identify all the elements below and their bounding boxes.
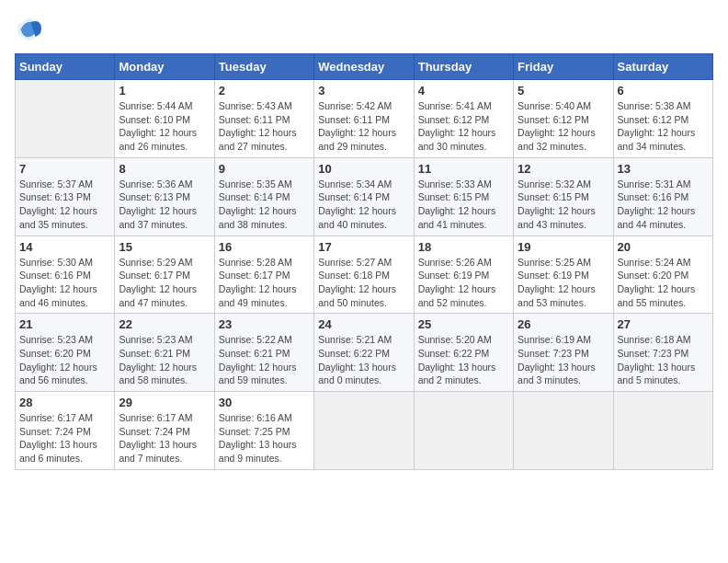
- day-cell: 16Sunrise: 5:28 AM Sunset: 6:17 PM Dayli…: [214, 236, 313, 314]
- calendar-table: SundayMondayTuesdayWednesdayThursdayFrid…: [15, 53, 713, 470]
- day-number: 4: [418, 84, 509, 98]
- day-cell: 19Sunrise: 5:25 AM Sunset: 6:19 PM Dayli…: [514, 236, 613, 314]
- day-detail: Sunrise: 5:32 AM Sunset: 6:15 PM Dayligh…: [518, 178, 609, 232]
- day-detail: Sunrise: 5:36 AM Sunset: 6:13 PM Dayligh…: [119, 178, 210, 232]
- day-number: 20: [618, 240, 709, 254]
- day-cell: [613, 392, 712, 470]
- day-number: 24: [318, 317, 409, 331]
- day-cell: 8Sunrise: 5:36 AM Sunset: 6:13 PM Daylig…: [115, 157, 214, 236]
- day-cell: 6Sunrise: 5:38 AM Sunset: 6:12 PM Daylig…: [613, 80, 712, 158]
- day-detail: Sunrise: 5:28 AM Sunset: 6:17 PM Dayligh…: [219, 256, 310, 310]
- day-number: 10: [318, 162, 409, 176]
- day-cell: 13Sunrise: 5:31 AM Sunset: 6:16 PM Dayli…: [613, 157, 712, 236]
- day-detail: Sunrise: 5:41 AM Sunset: 6:12 PM Dayligh…: [418, 99, 509, 154]
- day-detail: Sunrise: 5:23 AM Sunset: 6:21 PM Dayligh…: [119, 333, 210, 387]
- day-number: 9: [219, 162, 310, 176]
- day-number: 14: [19, 240, 110, 254]
- day-cell: 26Sunrise: 6:19 AM Sunset: 7:23 PM Dayli…: [514, 314, 613, 392]
- day-detail: Sunrise: 5:22 AM Sunset: 6:21 PM Dayligh…: [219, 333, 310, 387]
- day-cell: 30Sunrise: 6:16 AM Sunset: 7:25 PM Dayli…: [214, 392, 313, 470]
- day-detail: Sunrise: 5:33 AM Sunset: 6:15 PM Dayligh…: [418, 178, 509, 232]
- week-row-1: 1Sunrise: 5:44 AM Sunset: 6:10 PM Daylig…: [16, 80, 713, 158]
- day-cell: 5Sunrise: 5:40 AM Sunset: 6:12 PM Daylig…: [514, 80, 613, 158]
- day-number: 17: [318, 240, 409, 254]
- day-detail: Sunrise: 5:27 AM Sunset: 6:18 PM Dayligh…: [318, 256, 409, 310]
- day-number: 8: [119, 162, 210, 176]
- day-detail: Sunrise: 6:17 AM Sunset: 7:24 PM Dayligh…: [19, 411, 110, 465]
- day-detail: Sunrise: 5:34 AM Sunset: 6:14 PM Dayligh…: [318, 178, 409, 232]
- week-row-3: 14Sunrise: 5:30 AM Sunset: 6:16 PM Dayli…: [16, 236, 713, 314]
- day-cell: 21Sunrise: 5:23 AM Sunset: 6:20 PM Dayli…: [16, 314, 115, 392]
- day-cell: 25Sunrise: 5:20 AM Sunset: 6:22 PM Dayli…: [414, 314, 513, 392]
- day-number: 13: [618, 162, 709, 176]
- day-cell: 17Sunrise: 5:27 AM Sunset: 6:18 PM Dayli…: [314, 236, 414, 314]
- day-number: 15: [119, 240, 210, 254]
- day-header-thursday: Thursday: [414, 54, 513, 80]
- day-cell: 24Sunrise: 5:21 AM Sunset: 6:22 PM Dayli…: [314, 314, 414, 392]
- day-cell: [314, 392, 414, 470]
- logo: [15, 15, 48, 44]
- day-header-friday: Friday: [514, 54, 613, 80]
- day-header-tuesday: Tuesday: [214, 54, 313, 80]
- logo-icon: [15, 15, 44, 44]
- day-cell: 10Sunrise: 5:34 AM Sunset: 6:14 PM Dayli…: [314, 157, 414, 236]
- day-detail: Sunrise: 5:24 AM Sunset: 6:20 PM Dayligh…: [618, 256, 709, 310]
- day-number: 23: [219, 317, 310, 331]
- page-header: [15, 15, 713, 44]
- day-number: 26: [518, 317, 609, 331]
- day-cell: 4Sunrise: 5:41 AM Sunset: 6:12 PM Daylig…: [414, 80, 513, 158]
- day-header-saturday: Saturday: [613, 54, 712, 80]
- day-detail: Sunrise: 5:40 AM Sunset: 6:12 PM Dayligh…: [518, 99, 609, 154]
- day-number: 25: [418, 317, 509, 331]
- day-number: 27: [618, 317, 709, 331]
- day-cell: 12Sunrise: 5:32 AM Sunset: 6:15 PM Dayli…: [514, 157, 613, 236]
- week-row-5: 28Sunrise: 6:17 AM Sunset: 7:24 PM Dayli…: [16, 392, 713, 470]
- day-cell: 18Sunrise: 5:26 AM Sunset: 6:19 PM Dayli…: [414, 236, 513, 314]
- day-number: 6: [618, 84, 709, 98]
- day-detail: Sunrise: 5:44 AM Sunset: 6:10 PM Dayligh…: [119, 99, 210, 154]
- day-number: 28: [19, 396, 110, 409]
- day-cell: 14Sunrise: 5:30 AM Sunset: 6:16 PM Dayli…: [16, 236, 115, 314]
- day-cell: 7Sunrise: 5:37 AM Sunset: 6:13 PM Daylig…: [16, 157, 115, 236]
- day-detail: Sunrise: 5:31 AM Sunset: 6:16 PM Dayligh…: [618, 178, 709, 232]
- day-detail: Sunrise: 6:18 AM Sunset: 7:23 PM Dayligh…: [618, 333, 709, 387]
- day-detail: Sunrise: 6:16 AM Sunset: 7:25 PM Dayligh…: [219, 411, 310, 465]
- day-number: 22: [119, 317, 210, 331]
- day-cell: 28Sunrise: 6:17 AM Sunset: 7:24 PM Dayli…: [16, 392, 115, 470]
- day-detail: Sunrise: 5:29 AM Sunset: 6:17 PM Dayligh…: [119, 256, 210, 310]
- day-number: 18: [418, 240, 509, 254]
- day-detail: Sunrise: 5:23 AM Sunset: 6:20 PM Dayligh…: [19, 333, 110, 387]
- day-cell: 15Sunrise: 5:29 AM Sunset: 6:17 PM Dayli…: [115, 236, 214, 314]
- day-detail: Sunrise: 5:35 AM Sunset: 6:14 PM Dayligh…: [219, 178, 310, 232]
- day-cell: 29Sunrise: 6:17 AM Sunset: 7:24 PM Dayli…: [115, 392, 214, 470]
- day-number: 19: [518, 240, 609, 254]
- day-cell: 3Sunrise: 5:42 AM Sunset: 6:11 PM Daylig…: [314, 80, 414, 158]
- week-row-2: 7Sunrise: 5:37 AM Sunset: 6:13 PM Daylig…: [16, 157, 713, 236]
- day-cell: 22Sunrise: 5:23 AM Sunset: 6:21 PM Dayli…: [115, 314, 214, 392]
- day-detail: Sunrise: 5:43 AM Sunset: 6:11 PM Dayligh…: [219, 99, 310, 154]
- day-cell: [414, 392, 513, 470]
- day-detail: Sunrise: 5:30 AM Sunset: 6:16 PM Dayligh…: [19, 256, 110, 310]
- day-cell: 11Sunrise: 5:33 AM Sunset: 6:15 PM Dayli…: [414, 157, 513, 236]
- day-cell: 23Sunrise: 5:22 AM Sunset: 6:21 PM Dayli…: [214, 314, 313, 392]
- day-detail: Sunrise: 5:26 AM Sunset: 6:19 PM Dayligh…: [418, 256, 509, 310]
- day-cell: [514, 392, 613, 470]
- day-detail: Sunrise: 6:19 AM Sunset: 7:23 PM Dayligh…: [518, 333, 609, 387]
- day-cell: 9Sunrise: 5:35 AM Sunset: 6:14 PM Daylig…: [214, 157, 313, 236]
- day-number: 5: [518, 84, 609, 98]
- day-detail: Sunrise: 5:37 AM Sunset: 6:13 PM Dayligh…: [19, 178, 110, 232]
- day-number: 30: [219, 396, 310, 409]
- day-number: 7: [19, 162, 110, 176]
- day-number: 21: [19, 317, 110, 331]
- day-header-monday: Monday: [115, 54, 214, 80]
- day-number: 1: [119, 84, 210, 98]
- day-cell: 20Sunrise: 5:24 AM Sunset: 6:20 PM Dayli…: [613, 236, 712, 314]
- day-cell: [16, 80, 115, 158]
- day-header-sunday: Sunday: [16, 54, 115, 80]
- day-detail: Sunrise: 5:38 AM Sunset: 6:12 PM Dayligh…: [618, 99, 709, 154]
- week-row-4: 21Sunrise: 5:23 AM Sunset: 6:20 PM Dayli…: [16, 314, 713, 392]
- day-detail: Sunrise: 5:42 AM Sunset: 6:11 PM Dayligh…: [318, 99, 409, 154]
- header-row: SundayMondayTuesdayWednesdayThursdayFrid…: [16, 54, 713, 80]
- day-number: 3: [318, 84, 409, 98]
- day-detail: Sunrise: 5:21 AM Sunset: 6:22 PM Dayligh…: [318, 333, 409, 387]
